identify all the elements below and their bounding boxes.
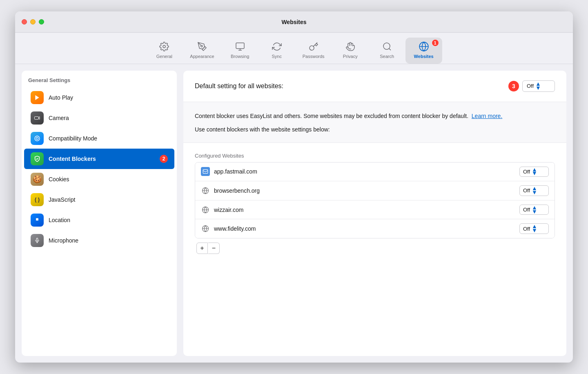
toolbar-item-general[interactable]: General [146,38,183,64]
default-setting-select[interactable]: Off ▲ ▼ [522,80,555,92]
table-actions: + − [190,238,560,258]
titlebar: Websites [15,11,573,33]
website-control-fastmail[interactable]: Off ▲ ▼ [519,167,549,177]
content-icon [31,152,44,165]
sidebar-item-autoplay[interactable]: Auto Play [24,87,174,108]
select-arrows-browserbench-icon: ▲ ▼ [532,187,537,195]
toolbar-item-wrapper-search: Search [369,38,405,64]
toolbar-item-browsing[interactable]: Browsing [222,38,258,64]
globe-icon [201,224,210,233]
info-text-main: Content blocker uses EasyList and others… [195,113,468,119]
add-website-button[interactable]: + [196,243,208,254]
website-value-fidelity: Off [523,226,530,232]
svg-marker-9 [35,95,39,100]
svg-point-1 [201,45,203,47]
website-value-browserbench: Off [523,187,530,194]
toolbar-item-passwords[interactable]: Passwords [295,38,332,64]
toolbar-item-wrapper-passwords: Passwords [295,38,332,64]
websites-toolbar-badge: 1 [432,39,439,47]
website-url-wizzair: wizzair.com [214,207,519,213]
maximize-button[interactable] [39,19,44,24]
minimize-button[interactable] [30,19,36,24]
website-control-fidelity[interactable]: Off ▲ ▼ [519,223,549,234]
toolbar-item-sync[interactable]: Sync [258,38,295,64]
default-setting-section: Default setting for all websites: 3 Off … [183,71,566,102]
table-row: browserbench.org Off ▲ ▼ [195,181,555,200]
globe-icon [201,205,210,214]
toolbar-item-wrapper-general: General [146,38,183,64]
select-arrows-fidelity-icon: ▲ ▼ [532,225,537,233]
toolbar-item-search[interactable]: Search [369,38,405,64]
toolbar-label-passwords: Passwords [303,54,325,59]
sidebar-item-label-content: Content Blockers [49,156,96,162]
toolbar-item-appearance[interactable]: Appearance [183,38,221,64]
sidebar-item-cookies[interactable]: 🍪 Cookies [24,169,174,189]
website-control-browserbench[interactable]: Off ▲ ▼ [519,185,549,196]
gear-icon [158,41,170,52]
remove-website-button[interactable]: − [208,243,220,254]
table-row: www.fidelity.com Off ▲ ▼ [195,219,555,238]
website-value-fastmail: Off [523,169,530,175]
location-icon [31,214,44,227]
select-arrows-wizzair-icon: ▲ ▼ [532,206,537,214]
toolbar-label-privacy: Privacy [343,54,358,59]
cookies-icon: 🍪 [31,173,44,186]
main-content: General Settings Auto Play Camera Compat… [15,64,573,363]
toolbar-label-websites: Websites [414,54,434,59]
default-setting-right: 3 Off ▲ ▼ [508,80,555,92]
svg-rect-17 [203,170,208,174]
toolbar-label-sync: Sync [272,54,281,59]
info-section: Content blocker uses EasyList and others… [183,102,566,143]
microphone-icon [31,234,44,247]
website-control-wizzair[interactable]: Off ▲ ▼ [519,205,549,215]
content-sidebar-badge: 2 [160,155,168,163]
sidebar-item-label-cookies: Cookies [49,176,69,183]
search-icon [381,41,393,52]
globe-icon [201,186,210,195]
sidebar-item-microphone[interactable]: Microphone [24,230,174,251]
default-setting-label: Default setting for all websites: [195,82,283,90]
svg-line-6 [389,49,390,50]
svg-point-0 [163,45,165,48]
toolbar: General Appearance [15,33,573,64]
toolbar-item-wrapper-sync: Sync [258,38,295,64]
toolbar-label-general: General [156,54,172,59]
website-url-fidelity: www.fidelity.com [214,225,519,232]
svg-rect-14 [36,238,38,240]
select-arrows-icon: ▲ ▼ [535,82,541,90]
sidebar-item-camera[interactable]: Camera [24,108,174,128]
sidebar-item-label-compat: Compatibility Mode [49,135,97,142]
hand-icon [345,41,356,52]
info-text: Content blocker uses EasyList and others… [195,112,555,120]
toolbar-item-privacy[interactable]: Privacy [332,38,369,64]
camera-icon [31,111,44,125]
main-window: Websites General [15,11,573,363]
use-text: Use content blockers with the website se… [195,126,555,133]
sidebar-item-compat[interactable]: Compatibility Mode [24,128,174,149]
svg-rect-2 [236,43,244,49]
compat-icon [31,132,44,145]
toolbar-item-wrapper-privacy: Privacy [332,38,369,64]
globe-icon [418,41,430,52]
sidebar-item-label-autoplay: Auto Play [49,94,73,101]
sidebar-item-label-microphone: Microphone [49,237,78,244]
window-controls [22,19,44,24]
svg-point-13 [36,137,38,139]
close-button[interactable] [22,19,27,24]
learn-more-link[interactable]: Learn more. [472,113,502,119]
configured-label: Configured Websites [190,149,560,162]
website-url-browserbench: browserbench.org [214,187,519,194]
default-setting-badge: 3 [508,81,519,91]
fastmail-icon [201,167,210,176]
autoplay-icon [31,91,44,104]
sidebar-item-javascript[interactable]: { } JavaScript [24,189,174,210]
default-setting-value: Off [527,83,534,89]
sidebar-item-content[interactable]: Content Blockers 2 [24,149,174,169]
sidebar-item-location[interactable]: Location [24,210,174,230]
svg-point-5 [383,43,390,49]
toolbar-item-wrapper-browsing: Browsing [222,38,258,64]
content-panel: Default setting for all websites: 3 Off … [183,71,566,356]
paintbrush-icon [196,41,208,52]
toolbar-item-wrapper-appearance: Appearance [183,38,221,64]
websites-table: app.fastmail.com Off ▲ ▼ [195,162,555,238]
